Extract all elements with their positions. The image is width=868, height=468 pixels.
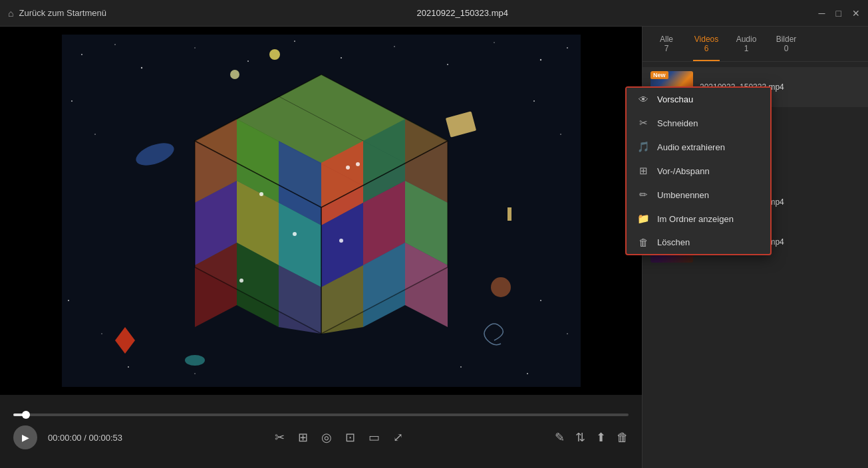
svg-point-14: [94, 134, 96, 135]
svg-point-3: [140, 67, 142, 68]
svg-point-4: [194, 47, 195, 48]
schneiden-label: Schneiden: [657, 118, 698, 128]
vorschau-icon: 👁: [637, 94, 649, 105]
svg-point-7: [340, 57, 341, 58]
play-button[interactable]: ▶: [13, 425, 37, 449]
sidebar-tabs: Alle 7 Videos 6 Audio 1 Bilder 0: [643, 27, 868, 62]
svg-point-67: [239, 279, 243, 283]
tab-alle-count: 7: [664, 44, 669, 53]
umbenennen-icon: ✏: [637, 189, 649, 201]
svg-point-10: [494, 42, 494, 43]
export-control[interactable]: ⬆: [596, 430, 606, 445]
loeschen-icon: 🗑: [637, 237, 649, 248]
maximize-button[interactable]: □: [836, 8, 841, 19]
tab-videos-label: Videos: [694, 35, 718, 44]
progress-handle[interactable]: [22, 411, 30, 419]
video-area: ▶ 00:00:00 / 00:00:53 ✂ ⊞ ◎ ⊡ ▭ ⤢: [0, 27, 642, 468]
svg-point-59: [491, 277, 511, 297]
tab-bilder[interactable]: Bilder 0: [773, 35, 799, 61]
window-title: 20210922_150323.mp4: [417, 8, 508, 18]
audio-label: Audio extrahieren: [657, 142, 725, 152]
svg-point-66: [293, 232, 297, 236]
progress-bar[interactable]: [13, 413, 629, 416]
titlebar-left: ⌂ Zurück zum Startmenü: [8, 8, 106, 19]
tab-audio-count: 1: [744, 44, 749, 53]
vorabspann-label: Vor-/Abspann: [657, 166, 710, 176]
tab-audio[interactable]: Audio 1: [733, 35, 760, 61]
camera-control[interactable]: ⊡: [345, 430, 355, 445]
grid-control[interactable]: ⊞: [298, 430, 308, 445]
home-icon: ⌂: [8, 8, 13, 19]
tab-videos[interactable]: Videos 6: [693, 35, 720, 61]
svg-point-61: [185, 355, 205, 366]
svg-point-64: [356, 162, 360, 166]
svg-point-23: [460, 366, 462, 368]
ordner-icon: 📁: [637, 213, 649, 225]
vorschau-label: Vorschau: [657, 94, 693, 104]
titlebar: ⌂ Zurück zum Startmenü 20210922_150323.m…: [0, 0, 868, 27]
delete-control[interactable]: 🗑: [617, 431, 629, 445]
svg-point-22: [194, 373, 195, 374]
vorabspann-icon: ⊞: [637, 165, 649, 177]
context-menu-schneiden[interactable]: ✂ Schneiden: [627, 111, 770, 135]
svg-point-56: [269, 49, 280, 60]
svg-point-17: [67, 300, 69, 301]
tab-alle[interactable]: Alle 7: [653, 35, 680, 61]
svg-point-11: [539, 59, 541, 60]
svg-point-15: [533, 100, 535, 102]
controls-right: ✎ ⇅ ⬆ 🗑: [555, 430, 629, 445]
scissors-control[interactable]: ✂: [275, 430, 285, 445]
svg-point-6: [294, 41, 295, 42]
ordner-label: Im Ordner anzeigen: [657, 214, 734, 224]
time-total: 00:00:53: [88, 433, 122, 443]
svg-point-9: [447, 64, 448, 65]
video-player[interactable]: [0, 27, 642, 395]
svg-point-13: [71, 100, 72, 102]
back-button[interactable]: Zurück zum Startmenü: [19, 8, 106, 18]
video-frame: [62, 35, 581, 387]
tab-alle-label: Alle: [660, 35, 673, 44]
sort-control[interactable]: ⇅: [575, 430, 585, 445]
svg-point-1: [81, 54, 82, 55]
svg-point-63: [346, 166, 350, 170]
controls-row: ▶ 00:00:00 / 00:00:53 ✂ ⊞ ◎ ⊡ ▭ ⤢: [13, 425, 629, 449]
context-menu: 👁 Vorschau ✂ Schneiden 🎵 Audio extrahier…: [625, 86, 772, 255]
svg-point-19: [540, 300, 541, 301]
tab-bilder-label: Bilder: [776, 35, 797, 44]
video-controls: ▶ 00:00:00 / 00:00:53 ✂ ⊞ ◎ ⊡ ▭ ⤢: [0, 395, 642, 468]
close-button[interactable]: ✕: [852, 8, 860, 19]
svg-point-24: [527, 373, 528, 374]
edit-control[interactable]: ✎: [555, 430, 565, 445]
controls-left: ▶ 00:00:00 / 00:00:53: [13, 425, 122, 449]
svg-point-21: [128, 366, 129, 368]
svg-point-20: [567, 333, 568, 334]
context-menu-vorschau[interactable]: 👁 Vorschau: [627, 88, 770, 111]
context-menu-ordner[interactable]: 📁 Im Ordner anzeigen: [627, 207, 770, 231]
tab-videos-count: 6: [704, 44, 709, 53]
film-control[interactable]: ▭: [368, 430, 380, 445]
svg-point-65: [339, 239, 343, 243]
svg-point-12: [567, 47, 568, 49]
play-icon: ▶: [22, 432, 29, 443]
context-menu-vorabspann[interactable]: ⊞ Vor-/Abspann: [627, 159, 770, 183]
audio-icon: 🎵: [637, 141, 649, 153]
svg-point-2: [114, 44, 116, 45]
expand-control[interactable]: ⤢: [393, 430, 403, 445]
time-display: 00:00:00 / 00:00:53: [48, 433, 122, 443]
tab-audio-label: Audio: [736, 35, 757, 44]
svg-point-57: [230, 70, 239, 79]
svg-point-5: [247, 60, 249, 62]
svg-point-68: [259, 192, 263, 196]
svg-rect-62: [507, 207, 511, 221]
svg-point-8: [394, 46, 395, 47]
svg-point-16: [560, 134, 561, 135]
context-menu-umbenennen[interactable]: ✏ Umbenennen: [627, 183, 770, 207]
schneiden-icon: ✂: [637, 117, 649, 129]
titlebar-controls: ─ □ ✕: [819, 8, 860, 19]
context-menu-audio[interactable]: 🎵 Audio extrahieren: [627, 135, 770, 159]
audio-control[interactable]: ◎: [321, 430, 332, 445]
new-badge-1: New: [651, 71, 668, 79]
minimize-button[interactable]: ─: [819, 8, 825, 19]
context-menu-loeschen[interactable]: 🗑 Löschen: [627, 231, 770, 254]
loeschen-label: Löschen: [657, 237, 690, 247]
